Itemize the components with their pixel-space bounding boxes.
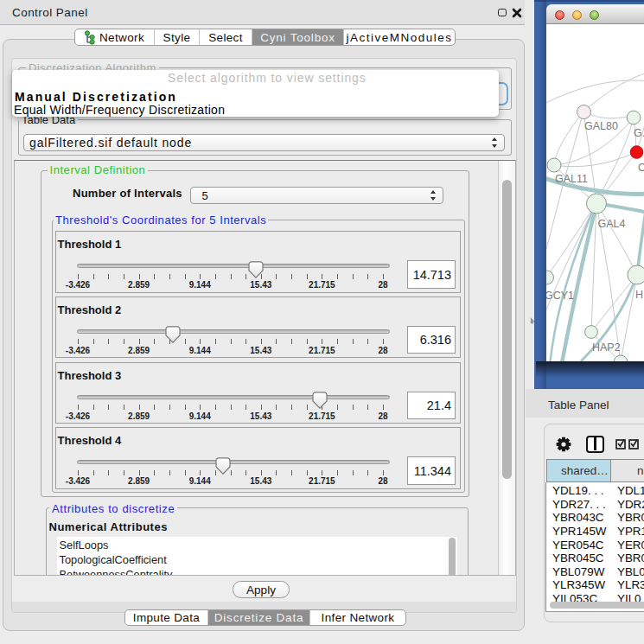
- svg-text:C: C: [638, 162, 644, 174]
- svg-text:H: H: [635, 289, 643, 301]
- svg-text:GAL80: GAL80: [584, 120, 618, 132]
- svg-text:HAP2: HAP2: [592, 341, 621, 354]
- svg-text:GAL4: GAL4: [598, 218, 626, 230]
- svg-text:GCY1: GCY1: [546, 290, 574, 302]
- svg-text:G.: G.: [634, 127, 644, 139]
- svg-text:GAL11: GAL11: [555, 173, 588, 185]
